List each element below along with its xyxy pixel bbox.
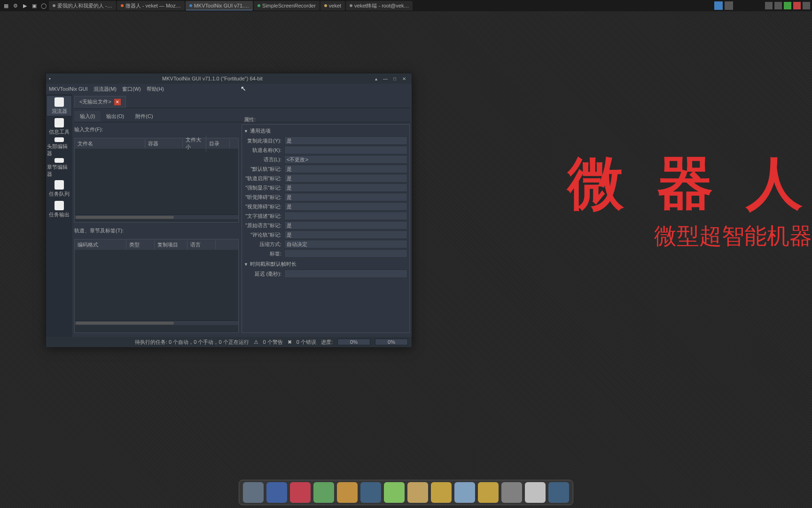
column-header[interactable]: 编码格式 xyxy=(75,240,126,249)
minimize-button[interactable]: — xyxy=(381,75,390,82)
column-header[interactable]: 容器 xyxy=(145,139,183,148)
property-field[interactable]: 自动决定 xyxy=(284,240,407,248)
tray-battery-icon[interactable] xyxy=(784,2,791,9)
group-timing[interactable]: ▼ 时间戳和默认帧时长 xyxy=(244,260,407,269)
property-field[interactable]: 是 xyxy=(284,165,407,173)
property-field[interactable]: 是 xyxy=(284,230,407,239)
terminal-icon[interactable]: ▣ xyxy=(30,1,39,10)
errors-count: 0 个错误 xyxy=(297,339,316,346)
chevron-down-icon: ▼ xyxy=(244,262,248,267)
mkvtoolnix-window: • MKVToolNix GUI v71.1.0 ("Fortitude") 6… xyxy=(46,73,412,347)
property-row: 延迟 (毫秒): xyxy=(244,270,407,278)
tool-item[interactable]: 章节编辑器 xyxy=(47,158,71,178)
warning-icon[interactable]: ⚠ xyxy=(254,339,258,345)
input-files-table[interactable]: 文件名容器文件大小目录 xyxy=(74,138,239,222)
sub-tabs: 输入(I)输出(O)附件(C) xyxy=(74,111,410,122)
taskbar-item[interactable]: veket xyxy=(320,1,345,10)
taskbar-item[interactable]: MKVToolNix GUI v71.… xyxy=(186,1,253,10)
tracks-table[interactable]: 编码格式类型复制项目语言 xyxy=(74,239,239,333)
dock xyxy=(239,480,573,505)
taskbar-item[interactable]: 微器人 - veket — Moz… xyxy=(117,1,185,10)
dock-app[interactable] xyxy=(478,482,499,503)
property-field[interactable]: 是 xyxy=(284,136,407,145)
subtab[interactable]: 附件(C) xyxy=(130,111,158,122)
tool-item[interactable]: 任务输出 xyxy=(47,199,71,219)
dock-app[interactable] xyxy=(243,482,264,503)
menu-app[interactable]: MKVToolNix GUI xyxy=(49,86,88,92)
menu-help[interactable]: 帮助(H) xyxy=(147,86,164,93)
taskbar-item[interactable]: 爱我的人和我爱的人 -… xyxy=(49,1,116,10)
dock-app[interactable] xyxy=(266,482,287,503)
property-field[interactable]: <不更改> xyxy=(284,155,407,164)
column-header[interactable]: 复制项目 xyxy=(155,240,187,249)
app-menu-icon[interactable]: ▦ xyxy=(2,1,10,10)
progress-bar-2: 0% xyxy=(375,339,408,345)
scrollbar[interactable] xyxy=(75,320,238,325)
property-field[interactable] xyxy=(284,270,407,278)
column-header[interactable]: 文件名 xyxy=(75,139,145,148)
property-label: "文字描述"标记: xyxy=(244,213,281,220)
chevron-down-icon: ▼ xyxy=(244,129,248,134)
menu-mux[interactable]: 混流器(M) xyxy=(94,86,117,93)
dock-app[interactable] xyxy=(290,482,311,503)
tab-close-icon[interactable]: ✕ xyxy=(114,99,121,105)
column-header[interactable]: 文件大小 xyxy=(183,135,206,151)
dock-app[interactable] xyxy=(548,482,569,503)
tool-item[interactable]: 任务队列 xyxy=(47,179,71,198)
property-label: "评论轨"标记: xyxy=(244,231,281,238)
dock-app[interactable] xyxy=(431,482,452,503)
tray-volume-icon[interactable] xyxy=(793,2,801,9)
tray-menu-icon[interactable] xyxy=(803,2,810,9)
dock-app[interactable] xyxy=(360,482,381,503)
error-icon[interactable]: ✖ xyxy=(288,339,292,345)
dock-app[interactable] xyxy=(337,482,358,503)
subtab[interactable]: 输出(O) xyxy=(101,111,130,122)
property-field[interactable] xyxy=(284,212,407,220)
dock-app[interactable] xyxy=(313,482,334,503)
column-header[interactable]: 目录 xyxy=(206,139,230,148)
tray-clipboard-icon[interactable] xyxy=(765,2,773,9)
property-field[interactable] xyxy=(284,146,407,154)
maximize-button[interactable]: □ xyxy=(390,75,399,82)
web-icon[interactable]: ◯ xyxy=(39,1,48,10)
taskbar-item[interactable]: SimpleScreenRecorder xyxy=(254,1,320,10)
document-tab[interactable]: <无输出文件> ✕ xyxy=(74,96,126,108)
property-row: 轨道名称(K): xyxy=(244,146,407,154)
shade-button[interactable]: ▴ xyxy=(371,75,381,82)
property-field[interactable] xyxy=(284,249,407,258)
dock-app[interactable] xyxy=(384,482,405,503)
tool-item[interactable]: 头部编辑器 xyxy=(47,137,71,157)
property-field[interactable]: 是 xyxy=(284,193,407,201)
property-label: 标签: xyxy=(244,250,281,257)
subtab[interactable]: 输入(I) xyxy=(74,111,101,122)
cursor-icon: ↖ xyxy=(241,85,246,92)
property-field[interactable]: 是 xyxy=(284,183,407,192)
property-field[interactable]: 是 xyxy=(284,202,407,211)
tool-sidebar: 混流器信息工具头部编辑器章节编辑器任务队列任务输出 xyxy=(46,94,72,337)
property-field[interactable]: 是 xyxy=(284,174,407,183)
property-label: 延迟 (毫秒): xyxy=(244,270,281,278)
dock-app[interactable] xyxy=(501,482,522,503)
dock-app[interactable] xyxy=(454,482,475,503)
display-icon[interactable] xyxy=(714,1,723,10)
taskbar-item[interactable]: veket终端 - root@vek… xyxy=(346,1,413,10)
titlebar[interactable]: • MKVToolNix GUI v71.1.0 ("Fortitude") 6… xyxy=(46,73,412,84)
tray-network-icon[interactable] xyxy=(774,2,782,9)
scrollbar[interactable] xyxy=(75,214,238,219)
workspace-icon[interactable] xyxy=(725,1,733,10)
property-label: "轨道启用"标记: xyxy=(244,175,281,182)
column-header[interactable]: 语言 xyxy=(187,240,216,249)
tool-item[interactable]: 混流器 xyxy=(47,96,71,116)
group-general[interactable]: ▼ 通用选项 xyxy=(244,127,407,135)
dock-app[interactable] xyxy=(525,482,546,503)
places-icon[interactable]: ⚙ xyxy=(11,1,20,10)
property-field[interactable]: 是 xyxy=(284,221,407,230)
column-header[interactable]: 类型 xyxy=(126,240,155,249)
menu-window[interactable]: 窗口(W) xyxy=(122,86,141,93)
tool-item[interactable]: 信息工具 xyxy=(47,117,71,136)
run-icon[interactable]: ▶ xyxy=(21,1,29,10)
close-button[interactable]: ✕ xyxy=(399,75,409,82)
menubar: MKVToolNix GUI 混流器(M) 窗口(W) 帮助(H) xyxy=(46,84,412,94)
dock-app[interactable] xyxy=(407,482,428,503)
property-row: 复制此项目(Y):是 xyxy=(244,136,407,145)
